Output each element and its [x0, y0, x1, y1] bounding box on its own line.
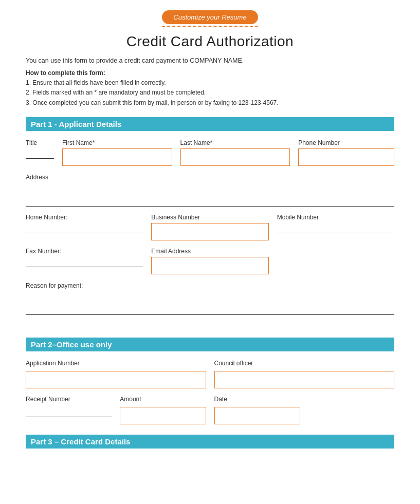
- numbers-row: Home Number: Business Number Mobile Numb…: [26, 214, 394, 240]
- receipt-row: Receipt Number Amount Date: [26, 396, 394, 424]
- part1-header: Part 1 - Applicant Details: [26, 117, 394, 131]
- business-label: Business Number: [151, 214, 268, 221]
- date-group: Date: [214, 396, 300, 424]
- date-input[interactable]: [214, 407, 300, 424]
- home-label: Home Number:: [26, 214, 143, 221]
- amount-input[interactable]: [120, 407, 206, 424]
- page-title: Credit Card Authorization: [26, 33, 394, 50]
- phone-label: Phone Number: [298, 139, 394, 146]
- council-group: Council officer: [214, 360, 395, 388]
- mobile-input[interactable]: [277, 223, 394, 233]
- app-num-label: Application Number: [26, 360, 206, 367]
- mobile-label: Mobile Number: [277, 214, 394, 221]
- home-group: Home Number:: [26, 214, 143, 233]
- receipt-input[interactable]: [26, 405, 112, 417]
- lastname-label: Last Name*: [180, 139, 290, 146]
- how-to-step1: 1. Ensure that all fields have been fill…: [26, 79, 166, 86]
- amount-group: Amount: [120, 396, 206, 424]
- name-row: Title First Name* Last Name* Phone Numbe…: [26, 139, 394, 166]
- reason-input[interactable]: [26, 289, 394, 315]
- home-input[interactable]: [26, 223, 143, 233]
- reason-group: Reason for payment:: [26, 282, 394, 316]
- address-label: Address: [26, 174, 48, 181]
- title-label: Title: [26, 139, 54, 146]
- lastname-group: Last Name*: [180, 139, 290, 166]
- fax-label: Fax Number:: [26, 248, 143, 255]
- part2-section: Part 2–Office use only Application Numbe…: [26, 338, 394, 424]
- council-label: Council officer: [214, 360, 395, 367]
- firstname-input[interactable]: [62, 148, 172, 166]
- reason-label: Reason for payment:: [26, 282, 83, 289]
- phone-input[interactable]: [298, 148, 394, 166]
- email-group: Email Address: [151, 248, 268, 274]
- address-input[interactable]: [26, 181, 394, 207]
- part1-section: Part 1 - Applicant Details Title First N…: [26, 117, 394, 316]
- phone-group: Phone Number: [298, 139, 394, 166]
- email-label: Email Address: [151, 248, 268, 255]
- receipt-group: Receipt Number: [26, 396, 112, 417]
- app-num-input[interactable]: [26, 371, 206, 388]
- title-input[interactable]: [26, 148, 54, 159]
- how-to-section: How to complete this form: 1. Ensure tha…: [26, 68, 394, 108]
- intro-text: You can use this form to provide a credi…: [26, 57, 394, 64]
- firstname-label: First Name*: [62, 139, 172, 146]
- fax-group: Fax Number:: [26, 248, 143, 267]
- app-num-group: Application Number: [26, 360, 206, 388]
- fax-input[interactable]: [26, 257, 143, 267]
- customize-resume-button[interactable]: Customize your Resume: [162, 10, 258, 24]
- mobile-group: Mobile Number: [277, 214, 394, 233]
- business-input[interactable]: [151, 223, 268, 240]
- email-input[interactable]: [151, 257, 268, 274]
- receipt-label: Receipt Number: [26, 396, 112, 403]
- how-to-step2: 2. Fields marked with an * are mandatory…: [26, 89, 206, 96]
- how-to-heading: How to complete this form:: [26, 69, 105, 77]
- app-council-row: Application Number Council officer: [26, 360, 394, 388]
- date-label: Date: [214, 396, 300, 403]
- part2-header: Part 2–Office use only: [26, 338, 394, 351]
- fax-email-row: Fax Number: Email Address: [26, 248, 394, 274]
- part3-header: Part 3 – Credit Card Details: [26, 435, 394, 449]
- divider1: [26, 327, 394, 327]
- title-group: Title: [26, 139, 54, 159]
- address-group: Address: [26, 173, 394, 207]
- lastname-input[interactable]: [180, 148, 290, 166]
- business-group: Business Number: [151, 214, 268, 240]
- firstname-group: First Name*: [62, 139, 172, 166]
- how-to-step3: 3. Once completed you can submit this fo…: [26, 99, 279, 106]
- amount-label: Amount: [120, 396, 206, 403]
- council-input[interactable]: [214, 371, 395, 388]
